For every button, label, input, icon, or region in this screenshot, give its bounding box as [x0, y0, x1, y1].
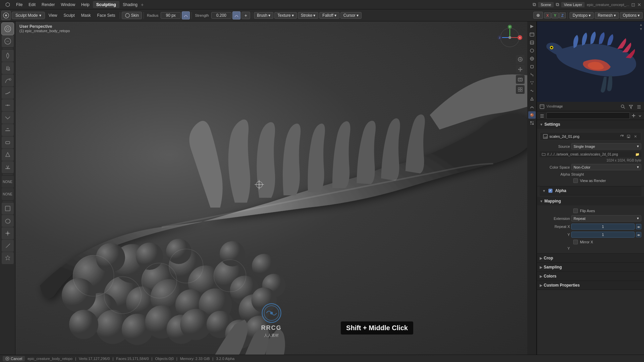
output-properties-icon[interactable] — [528, 31, 536, 38]
grid-btn[interactable] — [516, 85, 525, 94]
tool-lasso-mask[interactable] — [2, 215, 14, 227]
symmetry-btn[interactable]: ⊕ — [533, 12, 543, 19]
panel-image-btn[interactable]: Image — [554, 103, 562, 110]
stroke-dropdown[interactable]: Stroke▾ — [298, 12, 319, 19]
tool-flatten[interactable] — [2, 124, 14, 136]
object-data-icon[interactable] — [528, 103, 536, 111]
strength-input[interactable] — [211, 12, 231, 19]
camera-btn[interactable] — [516, 75, 525, 84]
scene-selector-icon[interactable]: ⧉ — [533, 2, 536, 7]
tool-crease[interactable] — [2, 112, 14, 124]
menu-edit[interactable]: Edit — [26, 1, 38, 8]
repeat-x-input[interactable]: 1 — [571, 224, 635, 230]
panel-search-input[interactable] — [546, 112, 630, 119]
menu-help[interactable]: Help — [78, 1, 92, 8]
render-properties-icon[interactable] — [528, 23, 536, 30]
falloff-dropdown[interactable]: Falloff▾ — [319, 12, 339, 19]
tool-thumb[interactable] — [2, 87, 14, 99]
brush-dropdown[interactable]: Brush▾ — [254, 12, 273, 19]
sculpt-mode-dropdown[interactable]: Sculpt Mode ▾ — [12, 12, 45, 19]
workspace-shading[interactable]: Shading — [120, 1, 140, 8]
repeat-x-expand[interactable]: ◂▸ — [636, 224, 641, 229]
mirror-x-checkbox[interactable] — [573, 240, 578, 244]
scene-name[interactable]: Scene — [538, 2, 554, 7]
tool-fill[interactable] — [2, 149, 14, 161]
panel-list-icon[interactable] — [538, 112, 546, 119]
strength-pressure-btn[interactable] — [232, 11, 240, 19]
image-save-btn[interactable] — [626, 133, 632, 139]
blender-icon[interactable]: ⬡ — [3, 0, 13, 9]
scene-properties-icon[interactable] — [528, 47, 536, 54]
colors-header[interactable]: ▶ Colors — [537, 272, 644, 281]
options-btn[interactable]: Options▾ — [620, 12, 643, 19]
viewport-3d[interactable]: User Perspective (1) epic_creature_body_… — [15, 21, 527, 355]
view-as-render-checkbox[interactable] — [573, 178, 578, 183]
image-name-input[interactable] — [549, 134, 618, 138]
physics-icon[interactable] — [528, 87, 536, 95]
repeat-y-expand[interactable]: ◂▸ — [636, 232, 641, 237]
zoom-to-fit-btn[interactable] — [516, 55, 525, 64]
y-axis-btn[interactable]: Y — [551, 12, 558, 18]
view-layer-properties-icon[interactable] — [528, 39, 536, 46]
mapping-header[interactable]: ▼ Mapping — [537, 197, 644, 205]
constraints-icon[interactable] — [528, 95, 536, 103]
tool-mask[interactable]: NONE — [2, 176, 14, 188]
menu-render[interactable]: Render — [39, 1, 57, 8]
close-icon[interactable]: ✕ — [637, 2, 641, 7]
panel-options-icon[interactable] — [635, 103, 643, 110]
preview-scroll-down[interactable]: ▼ — [639, 27, 643, 31]
panel-view-btn[interactable]: View — [546, 103, 554, 110]
particles-icon[interactable] — [528, 79, 536, 86]
flip-axes-checkbox[interactable] — [573, 208, 578, 213]
sculpt-menu[interactable]: Sculpt — [61, 12, 77, 19]
crop-header[interactable]: ▶ Crop — [537, 254, 644, 262]
brush-icon-btn[interactable] — [1, 11, 11, 20]
tool-smooth[interactable] — [2, 35, 14, 47]
repeat-y-input[interactable]: 1 — [571, 232, 635, 238]
sampling-header[interactable]: ▶ Sampling — [537, 263, 644, 272]
maximize-icon[interactable]: ⊡ — [631, 2, 635, 7]
panel-view-mode-icon[interactable] — [538, 103, 546, 110]
add-subtract-btn[interactable]: + — [241, 12, 250, 19]
alpha-section-header[interactable]: ▼ Alpha — [540, 186, 641, 195]
tool-pose[interactable] — [2, 252, 14, 264]
tool-grab[interactable] — [2, 62, 14, 74]
cancel-button[interactable]: Cancel — [3, 356, 25, 361]
view-menu[interactable]: View — [46, 12, 60, 19]
workspace-sculpting[interactable]: Sculpting — [93, 1, 119, 8]
face-sets-menu[interactable]: Face Sets — [95, 12, 118, 19]
tool-pinch[interactable] — [2, 99, 14, 111]
pan-btn[interactable] — [516, 65, 525, 74]
panel-add-icon[interactable] — [631, 112, 637, 119]
tool-inflate[interactable] — [2, 50, 14, 62]
custom-properties-header[interactable]: ▶ Custom Properties — [537, 281, 644, 290]
tool-snake-hook[interactable] — [2, 74, 14, 86]
color-space-dropdown[interactable]: Non-Color ▾ — [571, 164, 641, 170]
tool-multires[interactable]: NONE — [2, 188, 14, 200]
menu-window[interactable]: Window — [58, 1, 78, 8]
dyntopo-btn[interactable]: Dyntopo▾ — [570, 12, 594, 19]
material-icon[interactable] — [528, 111, 536, 119]
radius-input[interactable] — [161, 12, 181, 19]
image-reload-btn[interactable] — [619, 133, 625, 139]
texture-dropdown[interactable]: Texture▾ — [274, 12, 297, 19]
preview-scroll-up[interactable]: ▲ — [639, 23, 643, 26]
brush-select-btn[interactable]: Skin — [122, 12, 142, 19]
alpha-enable-checkbox[interactable] — [548, 189, 552, 193]
object-properties-icon[interactable] — [528, 63, 536, 70]
add-workspace-button[interactable]: + — [141, 2, 144, 7]
radius-pressure-btn[interactable] — [182, 11, 190, 19]
cursor-dropdown[interactable]: Cursor▾ — [340, 12, 362, 19]
settings-header[interactable]: ▼ Settings — [537, 120, 644, 129]
tool-clay[interactable] — [2, 136, 14, 148]
tool-transform[interactable] — [2, 227, 14, 239]
panel-search-icon[interactable] — [619, 103, 627, 110]
extension-dropdown[interactable]: Repeat ▾ — [571, 215, 641, 222]
panel-filter-icon[interactable] — [627, 103, 635, 110]
modifier-properties-icon[interactable] — [528, 71, 536, 78]
source-dropdown[interactable]: Single Image ▾ — [571, 143, 641, 149]
view-layer-name[interactable]: View Layer — [561, 2, 585, 7]
x-axis-btn[interactable]: X — [544, 12, 551, 18]
menu-file[interactable]: File — [13, 1, 25, 8]
panel-expand-icon[interactable] — [637, 112, 643, 119]
